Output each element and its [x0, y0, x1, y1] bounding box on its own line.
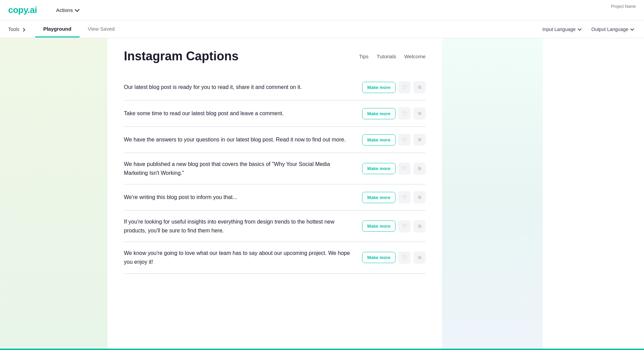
- heart-button[interactable]: ♡: [398, 191, 411, 203]
- tips-link[interactable]: Tips: [359, 54, 369, 59]
- result-text: We have published a new blog post that c…: [124, 160, 354, 177]
- copy-icon: ⧉: [418, 166, 421, 171]
- heart-icon: ♡: [402, 165, 407, 172]
- tools-chevron-icon: [21, 28, 25, 31]
- copy-button[interactable]: ⧉: [413, 134, 426, 146]
- result-item: Our latest blog post is ready for you to…: [124, 74, 426, 101]
- copy-button[interactable]: ⧉: [413, 220, 426, 232]
- make-more-button[interactable]: Make more: [362, 82, 396, 93]
- make-more-button[interactable]: Make more: [362, 252, 396, 263]
- result-item: If you're looking for useful insights in…: [124, 211, 426, 242]
- tools-label: Tools: [8, 27, 19, 32]
- copy-button[interactable]: ⧉: [413, 163, 426, 175]
- result-item: We know you're going to love what our te…: [124, 242, 426, 273]
- project-name-label: Project Name: [611, 4, 636, 9]
- copy-button[interactable]: ⧉: [413, 191, 426, 203]
- result-actions: Make more♡⧉: [362, 81, 426, 93]
- heart-button[interactable]: ♡: [398, 134, 411, 146]
- result-actions: Make more♡⧉: [362, 163, 426, 175]
- output-language-button[interactable]: Output Language: [589, 25, 636, 34]
- result-actions: Make more♡⧉: [362, 134, 426, 146]
- page-title: Instagram Captions: [124, 49, 239, 63]
- actions-button[interactable]: Actions: [53, 5, 81, 15]
- make-more-button[interactable]: Make more: [362, 192, 396, 203]
- heart-button[interactable]: ♡: [398, 107, 411, 120]
- result-item: Take some time to read our latest blog p…: [124, 101, 426, 127]
- make-more-button[interactable]: Make more: [362, 220, 396, 232]
- copy-icon: ⧉: [418, 255, 421, 260]
- result-item: We have published a new blog post that c…: [124, 153, 426, 184]
- tab-view-saved[interactable]: View Saved: [80, 21, 123, 37]
- result-text: We're writing this blog post to inform y…: [124, 193, 354, 202]
- copy-button[interactable]: ⧉: [413, 81, 426, 93]
- toolbar: Tools Playground View Saved Input Langua…: [0, 20, 644, 38]
- page-header: Instagram Captions Tips Tutorials Welcom…: [124, 49, 426, 63]
- copy-icon: ⧉: [418, 137, 421, 142]
- content-area: Instagram Captions Tips Tutorials Welcom…: [108, 38, 442, 350]
- logo-ai: ai: [30, 5, 37, 15]
- tools-nav[interactable]: Tools: [8, 27, 24, 32]
- logo-dot: .: [28, 5, 30, 15]
- copy-icon: ⧉: [418, 224, 421, 229]
- result-item: We're writing this blog post to inform y…: [124, 184, 426, 211]
- main-layout: Instagram Captions Tips Tutorials Welcom…: [0, 38, 644, 350]
- heart-button[interactable]: ♡: [398, 220, 411, 232]
- logo-text: copy: [8, 5, 28, 15]
- heart-icon: ♡: [402, 110, 407, 117]
- result-text: We know you're going to love what our te…: [124, 249, 354, 266]
- tab-playground[interactable]: Playground: [35, 21, 80, 37]
- left-sidebar: [0, 38, 108, 350]
- result-actions: Make more♡⧉: [362, 220, 426, 232]
- page-header-links: Tips Tutorials Welcome: [359, 54, 426, 59]
- header: copy.ai Actions Project Name: [0, 0, 644, 20]
- copy-icon: ⧉: [418, 111, 421, 116]
- heart-icon: ♡: [402, 223, 407, 229]
- tabs: Playground View Saved: [35, 21, 540, 37]
- results-list: Our latest blog post is ready for you to…: [124, 74, 426, 274]
- logo: copy.ai: [8, 5, 37, 15]
- right-sidebar: [442, 38, 543, 350]
- welcome-link[interactable]: Welcome: [404, 54, 426, 59]
- make-more-button[interactable]: Make more: [362, 108, 396, 119]
- result-actions: Make more♡⧉: [362, 252, 426, 264]
- heart-icon: ♡: [402, 137, 407, 143]
- language-controls: Input Language Output Language: [540, 25, 636, 34]
- actions-label: Actions: [56, 7, 73, 13]
- heart-button[interactable]: ♡: [398, 81, 411, 93]
- heart-icon: ♡: [402, 194, 407, 201]
- output-language-label: Output Language: [591, 27, 628, 32]
- copy-button[interactable]: ⧉: [413, 107, 426, 120]
- result-text: If you're looking for useful insights in…: [124, 217, 354, 235]
- heart-icon: ♡: [402, 84, 407, 91]
- heart-button[interactable]: ♡: [398, 252, 411, 264]
- input-language-button[interactable]: Input Language: [540, 25, 583, 34]
- result-actions: Make more♡⧉: [362, 191, 426, 203]
- make-more-button[interactable]: Make more: [362, 134, 396, 146]
- result-actions: Make more♡⧉: [362, 107, 426, 120]
- actions-chevron-icon: [75, 7, 80, 12]
- result-text: Our latest blog post is ready for you to…: [124, 83, 354, 92]
- bottom-line: [0, 349, 644, 350]
- result-text: We have the answers to your questions in…: [124, 135, 354, 144]
- tutorials-link[interactable]: Tutorials: [377, 54, 396, 59]
- heart-icon: ♡: [402, 254, 407, 261]
- copy-icon: ⧉: [418, 85, 421, 90]
- copy-icon: ⧉: [418, 195, 421, 200]
- output-language-chevron-icon: [630, 27, 634, 30]
- make-more-button[interactable]: Make more: [362, 163, 396, 174]
- input-language-label: Input Language: [542, 27, 575, 32]
- heart-button[interactable]: ♡: [398, 163, 411, 175]
- result-item: We have the answers to your questions in…: [124, 127, 426, 153]
- input-language-chevron-icon: [578, 27, 582, 30]
- result-text: Take some time to read our latest blog p…: [124, 109, 354, 118]
- copy-button[interactable]: ⧉: [413, 252, 426, 264]
